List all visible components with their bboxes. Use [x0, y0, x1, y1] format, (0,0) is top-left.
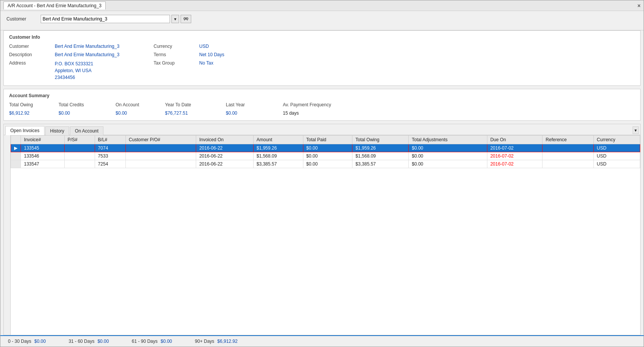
cell-bl: 7533 [95, 152, 125, 160]
tabs-area: Open Invoices History On Account ▼ Invoi… [3, 124, 641, 335]
cell-total-adj: $0.00 [409, 144, 487, 152]
close-button[interactable]: × [638, 3, 641, 9]
customer-info-section: Customer Info Customer Bert And Ernie Ma… [3, 30, 641, 86]
tab-open-invoices[interactable]: Open Invoices [5, 126, 44, 135]
cell-bl: 7074 [95, 144, 125, 152]
col-header-total-owing[interactable]: Total Owing [352, 136, 409, 144]
col-header-ps[interactable]: P/S# [64, 136, 95, 144]
table-header-row: Invoice# P/S# B/L# Customer P/O# Invoice… [11, 136, 640, 144]
footer-item-31-60: 31 - 60 Days $0.00 [68, 339, 109, 344]
cell-total-paid: $0.00 [303, 152, 352, 160]
customer-dropdown: ▼ [41, 15, 191, 23]
cell-invoiced-on: 2016-06-22 [196, 152, 254, 160]
cell-invoice: 133546 [21, 152, 65, 160]
summary-label-total-credits: Total Credits [59, 101, 116, 108]
col-header-currency[interactable]: Currency [593, 136, 640, 144]
tab-bar: Open Invoices History On Account ▼ [4, 124, 640, 135]
footer-value-61-90: $0.00 [161, 339, 172, 344]
tab-history[interactable]: History [45, 126, 69, 135]
summary-value-total-credits[interactable]: $0.00 [59, 110, 116, 117]
account-summary-title: Account Summary [9, 93, 635, 98]
title-bar-left: A/R Account - Bert And Ernie Manufacturi… [3, 2, 106, 9]
summary-label-av-payment: Av. Payment Frequency [283, 101, 374, 108]
cell-total-paid: $0.00 [303, 160, 352, 168]
row-indicator [11, 160, 21, 168]
cell-bl: 7254 [95, 160, 125, 168]
cell-invoiced-on: 2016-06-22 [196, 160, 254, 168]
info-value-customer[interactable]: Bert And Ernie Manufacturing_3 [55, 43, 154, 50]
col-header-amount[interactable]: Amount [253, 136, 303, 144]
cell-customer-po [125, 152, 196, 160]
sidebar-arrow [4, 135, 10, 140]
cell-currency: USD [593, 160, 640, 168]
cell-total-adj: $0.00 [409, 160, 487, 168]
cell-total-owing: $1,568.09 [352, 152, 409, 160]
col-header-customer-po[interactable]: Customer P/O# [125, 136, 196, 144]
cell-amount: $1,568.09 [253, 152, 303, 160]
cell-currency: USD [593, 152, 640, 160]
summary-label-on-account: On Account [116, 101, 165, 108]
cell-ps [64, 152, 95, 160]
customer-dropdown-arrow[interactable]: ▼ [171, 15, 179, 23]
cell-total-adj: $0.00 [409, 152, 487, 160]
cell-due-on: 2016-07-02 [487, 160, 542, 168]
customer-info-grid: Customer Bert And Ernie Manufacturing_3 … [9, 43, 635, 82]
table-row[interactable]: 133546 7533 2016-06-22 $1,568.09 $0.00 $… [11, 152, 640, 160]
footer-label-61-90: 61 - 90 Days [132, 339, 157, 344]
col-header-total-adj[interactable]: Total Adjustments [409, 136, 487, 144]
table-row[interactable]: 133547 7254 2016-06-22 $3,385.57 $0.00 $… [11, 160, 640, 168]
customer-search-button[interactable] [181, 15, 191, 23]
tab-dropdown-button[interactable]: ▼ [633, 126, 639, 134]
cell-total-paid: $0.00 [303, 144, 352, 152]
col-header-reference[interactable]: Reference [542, 136, 594, 144]
cell-invoice: 133547 [21, 160, 65, 168]
cell-invoice: 133545 [21, 144, 65, 152]
info-value-terms[interactable]: Net 10 Days [199, 51, 275, 58]
cell-ps [64, 144, 95, 152]
cell-total-owing: $1,959.26 [352, 144, 409, 152]
window-tab-title[interactable]: A/R Account - Bert And Ernie Manufacturi… [3, 2, 106, 9]
table-container[interactable]: Invoice# P/S# B/L# Customer P/O# Invoice… [11, 135, 640, 335]
summary-value-last-year[interactable]: $0.00 [226, 110, 283, 117]
col-header-invoiced-on[interactable]: Invoiced On [196, 136, 254, 144]
info-label-currency: Currency [154, 43, 199, 50]
footer-value-0-30: $0.00 [34, 339, 46, 344]
cell-reference [542, 152, 594, 160]
info-label-terms: Terms [154, 51, 199, 58]
cell-due-on: 2016-07-02 [487, 152, 542, 160]
col-header-bl[interactable]: B/L# [95, 136, 125, 144]
info-value-currency[interactable]: USD [199, 43, 275, 50]
row-indicator [11, 152, 21, 160]
summary-value-total-owing[interactable]: $6,912.92 [9, 110, 59, 117]
footer-label-90plus: 90+ Days [195, 339, 214, 344]
table-row[interactable]: ▶ 133545 7074 2016-06-22 $1,959.26 $0.00… [11, 144, 640, 152]
footer-label-31-60: 31 - 60 Days [68, 339, 94, 344]
customer-section: Customer ▼ [0, 11, 644, 30]
cell-currency: USD [593, 144, 640, 152]
info-value-description[interactable]: Bert And Ernie Manufacturing_3 [55, 51, 154, 58]
table-with-sidebar: Invoice# P/S# B/L# Customer P/O# Invoice… [4, 135, 640, 335]
col-header-invoice[interactable]: Invoice# [21, 136, 65, 144]
cell-reference [542, 144, 594, 152]
col-header-total-paid[interactable]: Total Paid [303, 136, 352, 144]
customer-input[interactable] [41, 15, 170, 23]
info-value-address[interactable]: P.O. BOX 5233321Appleton, WI USA23434456 [55, 60, 154, 82]
cell-amount: $1,959.26 [253, 144, 303, 152]
cell-reference [542, 160, 594, 168]
info-label-description: Description [9, 51, 55, 58]
footer-item-90plus: 90+ Days $6,912.92 [195, 339, 238, 344]
customer-field-label: Customer [6, 16, 37, 22]
tab-on-account[interactable]: On Account [70, 126, 103, 135]
summary-value-on-account[interactable]: $0.00 [116, 110, 165, 117]
cell-invoiced-on: 2016-06-22 [196, 144, 254, 152]
info-value-tax-group[interactable]: No Tax [199, 60, 275, 82]
cell-ps [64, 160, 95, 168]
summary-label-total-owing: Total Owing [9, 101, 59, 108]
col-header-due-on[interactable]: Due On [487, 136, 542, 144]
summary-value-year-to-date[interactable]: $76,727.51 [165, 110, 226, 117]
footer-item-0-30: 0 - 30 Days $0.00 [8, 339, 46, 344]
invoice-table: Invoice# P/S# B/L# Customer P/O# Invoice… [11, 135, 640, 168]
footer-item-61-90: 61 - 90 Days $0.00 [132, 339, 172, 344]
footer-label-0-30: 0 - 30 Days [8, 339, 31, 344]
summary-label-year-to-date: Year To Date [165, 101, 226, 108]
